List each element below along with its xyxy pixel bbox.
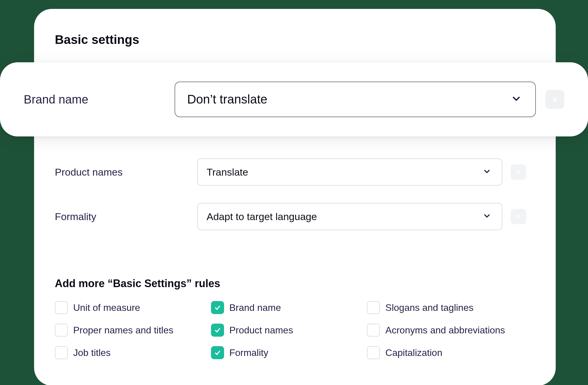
checkbox-capitalization[interactable]: Capitalization (367, 346, 520, 359)
checkbox-label: Slogans and taglines (385, 302, 473, 313)
formality-clear-button[interactable] (511, 209, 526, 224)
checkbox-box (55, 301, 68, 314)
product-names-row: Product names Translate (55, 150, 535, 194)
checkbox-brand-name[interactable]: Brand name (211, 301, 364, 314)
checkbox-box (211, 324, 224, 337)
section-title: Basic settings (55, 33, 535, 47)
brand-name-select[interactable]: Don’t translate (175, 82, 536, 117)
formality-label: Formality (55, 211, 197, 222)
checkbox-box (211, 301, 224, 314)
checkbox-box (367, 324, 380, 337)
checkbox-label: Proper names and titles (73, 325, 173, 336)
checkbox-box (367, 301, 380, 314)
brand-name-select-value: Don’t translate (187, 92, 267, 106)
chevron-down-icon (482, 167, 491, 177)
formality-row: Formality Adapt to target language (55, 194, 535, 239)
checkbox-label: Product names (229, 325, 293, 336)
checkbox-acronyms-and-abbreviations[interactable]: Acronyms and abbreviations (367, 324, 520, 337)
add-more-rules-section: Add more “Basic Settings” rules Unit of … (55, 254, 535, 359)
product-names-select[interactable]: Translate (197, 158, 502, 186)
checkbox-label: Unit of measure (73, 302, 140, 313)
checkbox-label: Job titles (73, 347, 111, 358)
checkbox-label: Formality (229, 347, 269, 358)
checkbox-label: Brand name (229, 302, 281, 313)
chevron-down-icon (482, 211, 491, 222)
checkbox-box (55, 346, 68, 359)
checkbox-proper-names-and-titles[interactable]: Proper names and titles (55, 324, 208, 337)
checkbox-formality[interactable]: Formality (211, 346, 364, 359)
checkbox-unit-of-measure[interactable]: Unit of measure (55, 301, 208, 314)
settings-rows: Product names Translate Formality Adapt … (55, 150, 535, 239)
add-more-rules-title: Add more “Basic Settings” rules (55, 277, 535, 290)
checkbox-box (367, 346, 380, 359)
checkbox-grid: Unit of measure Brand name Slogans and t… (55, 301, 520, 359)
product-names-select-value: Translate (207, 166, 248, 178)
brand-name-clear-button[interactable] (545, 90, 564, 109)
formality-select-value: Adapt to target language (207, 211, 317, 222)
checkbox-box (211, 346, 224, 359)
checkbox-label: Acronyms and abbreviations (385, 325, 505, 336)
checkbox-product-names[interactable]: Product names (211, 324, 364, 337)
brand-name-row: Brand name Don’t translate (0, 62, 588, 136)
checkbox-label: Capitalization (385, 347, 442, 358)
checkbox-box (55, 324, 68, 337)
chevron-down-icon (511, 93, 522, 106)
brand-name-label: Brand name (24, 93, 175, 106)
product-names-label: Product names (55, 166, 197, 178)
product-names-clear-button[interactable] (511, 164, 526, 180)
checkbox-job-titles[interactable]: Job titles (55, 346, 208, 359)
checkbox-slogans-and-taglines[interactable]: Slogans and taglines (367, 301, 520, 314)
formality-select[interactable]: Adapt to target language (197, 203, 502, 230)
